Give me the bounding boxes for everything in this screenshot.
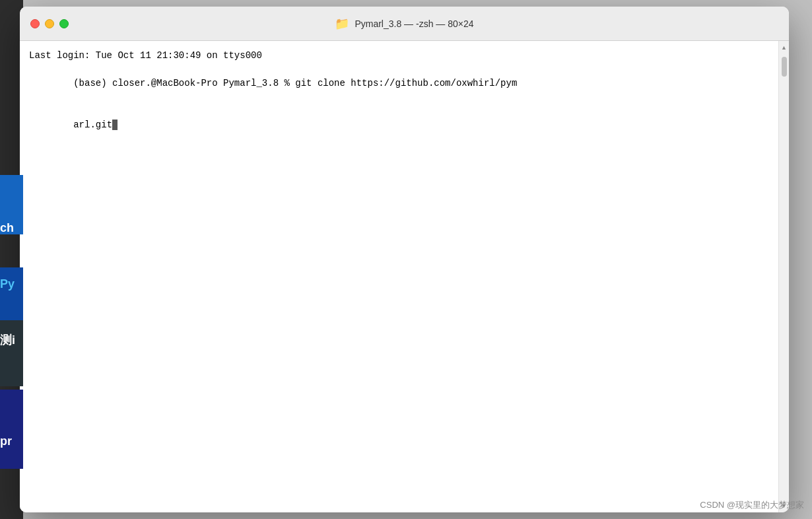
- window-title: Pymarl_3.8 — -zsh — 80×24: [355, 18, 473, 29]
- maximize-button[interactable]: [59, 19, 69, 28]
- close-button[interactable]: [30, 19, 40, 28]
- scroll-up-button[interactable]: ▲: [780, 44, 788, 52]
- scrollbar-track: [780, 54, 788, 499]
- title-bar: 📁 Pymarl_3.8 — -zsh — 80×24: [20, 7, 789, 41]
- terminal-area[interactable]: Last login: Tue Oct 11 21:30:49 on ttys0…: [20, 41, 778, 512]
- window-title-group: 📁 Pymarl_3.8 — -zsh — 80×24: [335, 17, 473, 31]
- sidebar-text-ch: ch: [0, 221, 14, 235]
- terminal-window: 📁 Pymarl_3.8 — -zsh — 80×24 Last login: …: [20, 7, 789, 512]
- terminal-line-3: arl.git: [29, 104, 769, 146]
- folder-icon: 📁: [335, 17, 349, 31]
- terminal-line-1: Last login: Tue Oct 11 21:30:49 on ttys0…: [29, 49, 769, 63]
- scrollbar[interactable]: ▲ ▼: [778, 41, 789, 512]
- sidebar-text-py: Py: [0, 277, 15, 291]
- terminal-line-2: (base) closer.@MacBook-Pro Pymarl_3.8 % …: [29, 63, 769, 104]
- window-body: Last login: Tue Oct 11 21:30:49 on ttys0…: [20, 41, 789, 512]
- sidebar-text-pr: pr: [0, 434, 12, 448]
- traffic-lights: [30, 19, 69, 28]
- sidebar-text-ce: 测i: [0, 332, 15, 348]
- watermark: CSDN @现实里的大梦想家: [700, 499, 804, 511]
- side-panel-dark-2: [0, 390, 23, 469]
- side-panel-dark-1: [0, 320, 23, 386]
- cursor: [112, 120, 118, 130]
- minimize-button[interactable]: [45, 19, 54, 28]
- side-panel-blue-2: [0, 267, 23, 320]
- scrollbar-thumb[interactable]: [782, 57, 787, 77]
